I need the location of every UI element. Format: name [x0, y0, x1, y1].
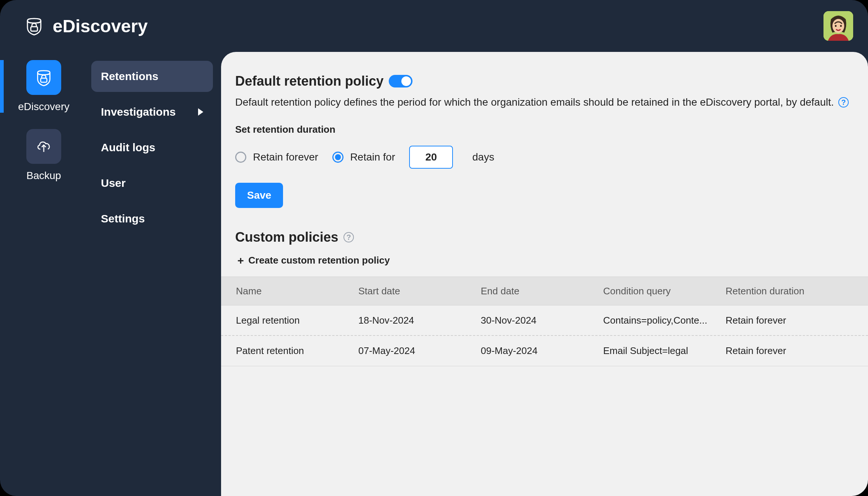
help-icon[interactable]: ? — [343, 232, 354, 242]
brand-title: eDiscovery — [53, 16, 148, 36]
subnav-item-settings[interactable]: Settings — [91, 203, 213, 234]
avatar[interactable] — [823, 11, 853, 41]
create-link-label: Create custom retention policy — [249, 255, 390, 266]
rail-item-backup[interactable]: Backup — [0, 129, 88, 182]
cell-name: Legal retention — [236, 315, 358, 326]
svg-point-3 — [835, 25, 837, 27]
subnav-item-investigations[interactable]: Investigations — [91, 96, 213, 128]
cell-end: 09-May-2024 — [481, 345, 603, 357]
default-policy-header: Default retention policy — [235, 73, 854, 89]
subnav-item-user[interactable]: User — [91, 168, 213, 199]
cell-start: 07-May-2024 — [358, 345, 481, 357]
rail-item-ediscovery[interactable]: eDiscovery — [0, 60, 88, 113]
table-row[interactable]: Patent retention 07-May-2024 09-May-2024… — [221, 336, 868, 366]
backup-icon — [26, 129, 61, 164]
create-custom-policy-link[interactable]: + Create custom retention policy — [237, 255, 390, 266]
subnav-item-retentions[interactable]: Retentions — [91, 61, 213, 92]
brand: eDiscovery — [24, 16, 148, 36]
col-query: Condition query — [603, 285, 726, 297]
help-icon[interactable]: ? — [838, 97, 849, 108]
cell-duration: Retain forever — [726, 345, 853, 357]
main-panel: Default retention policy Default retenti… — [221, 52, 868, 496]
cell-start: 18-Nov-2024 — [358, 315, 481, 326]
col-duration: Retention duration — [726, 285, 853, 297]
radio-label: Retain for — [350, 151, 395, 163]
custom-policies-title: Custom policies — [235, 229, 338, 245]
svg-rect-0 — [31, 27, 37, 31]
default-policy-toggle[interactable] — [389, 75, 412, 87]
default-policy-title: Default retention policy — [235, 73, 384, 89]
svg-point-4 — [840, 25, 842, 27]
header: eDiscovery — [0, 0, 868, 52]
col-name: Name — [236, 285, 358, 297]
subnav-label: User — [101, 177, 126, 189]
cell-query: Contains=policy,Conte... — [603, 315, 726, 326]
brand-icon — [24, 16, 44, 36]
svg-rect-5 — [41, 78, 47, 82]
subnav: Retentions Investigations Audit logs Use… — [88, 52, 221, 496]
subnav-item-audit-logs[interactable]: Audit logs — [91, 132, 213, 163]
option-retain-forever[interactable]: Retain forever — [235, 151, 318, 163]
save-button[interactable]: Save — [235, 183, 283, 208]
subnav-label: Investigations — [101, 106, 176, 118]
body: eDiscovery Backup Retentions Investigat — [0, 52, 868, 496]
default-policy-desc-row: Default retention policy defines the per… — [235, 96, 854, 108]
table-row[interactable]: Legal retention 18-Nov-2024 30-Nov-2024 … — [221, 305, 868, 336]
cell-name: Patent retention — [236, 345, 358, 357]
option-retain-for[interactable]: Retain for — [332, 151, 395, 163]
cell-duration: Retain forever — [726, 315, 853, 326]
col-start: Start date — [358, 285, 481, 297]
table-header: Name Start date End date Condition query… — [221, 277, 868, 305]
chevron-right-icon — [198, 108, 203, 116]
duration-label: Set retention duration — [235, 124, 854, 135]
custom-policies-table: Name Start date End date Condition query… — [221, 277, 868, 366]
custom-policies-header: Custom policies ? — [235, 229, 854, 245]
plus-icon: + — [237, 255, 244, 266]
cell-end: 30-Nov-2024 — [481, 315, 603, 326]
radio-label: Retain forever — [253, 151, 318, 163]
ediscovery-icon — [26, 60, 61, 95]
subnav-label: Audit logs — [101, 141, 155, 154]
col-end: End date — [481, 285, 603, 297]
rail-label: Backup — [26, 170, 61, 182]
retention-duration-options: Retain forever Retain for days — [235, 146, 854, 169]
nav-rail: eDiscovery Backup — [0, 52, 88, 496]
radio-icon — [235, 152, 246, 163]
default-policy-desc: Default retention policy defines the per… — [235, 96, 834, 108]
subnav-label: Settings — [101, 212, 145, 225]
cell-query: Email Subject=legal — [603, 345, 726, 357]
days-unit: days — [472, 151, 494, 163]
rail-label: eDiscovery — [18, 101, 69, 113]
app-window: eDiscovery — [0, 0, 868, 496]
radio-icon — [332, 152, 343, 163]
retain-days-input[interactable] — [409, 146, 453, 169]
subnav-label: Retentions — [101, 70, 158, 83]
